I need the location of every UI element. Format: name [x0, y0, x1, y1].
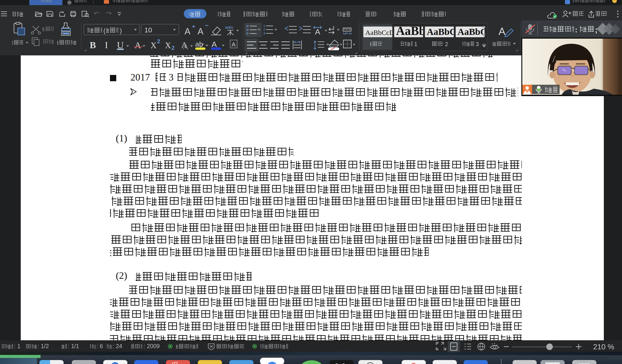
svg-text:(2): (2): [116, 270, 127, 281]
svg-text:3: 3: [263, 31, 265, 35]
svg-text:: 1/2: : 1/2: [38, 343, 49, 349]
svg-text:3: 3: [172, 362, 174, 364]
svg-text:A: A: [232, 41, 236, 48]
svg-text:210 %: 210 %: [593, 343, 614, 351]
svg-text:−: −: [205, 22, 209, 29]
svg-text:2: 2: [445, 41, 448, 47]
svg-text:: 1/1: : 1/1: [68, 343, 79, 349]
svg-text:1: 1: [414, 41, 417, 47]
svg-text:X: X: [151, 41, 156, 50]
svg-text:: 6: : 6: [97, 343, 103, 349]
svg-text:A: A: [183, 42, 189, 51]
svg-text:A: A: [185, 27, 191, 36]
svg-text:: 1: : 1: [14, 343, 20, 349]
svg-text:;: ;: [595, 26, 598, 34]
svg-text:U: U: [117, 40, 124, 50]
svg-text:wén: wén: [225, 25, 233, 30]
svg-text:2: 2: [157, 38, 160, 44]
svg-text:+: +: [192, 23, 195, 30]
svg-text:A: A: [315, 27, 320, 36]
svg-text:X: X: [165, 41, 171, 50]
svg-text:ab: ab: [195, 40, 203, 48]
svg-text:I: I: [105, 40, 108, 50]
svg-text:(1): (1): [116, 133, 127, 144]
svg-text:2: 2: [263, 27, 265, 31]
svg-text:3: 3: [476, 41, 479, 47]
svg-text:A: A: [499, 26, 505, 37]
svg-text:10: 10: [144, 26, 152, 34]
svg-text:2: 2: [172, 45, 175, 51]
svg-text:2017: 2017: [131, 72, 150, 83]
svg-text:: 24: : 24: [113, 343, 122, 349]
svg-text:B: B: [90, 40, 96, 50]
svg-text:A: A: [212, 40, 217, 49]
svg-text:3: 3: [169, 72, 174, 83]
svg-text::: :: [575, 26, 578, 34]
svg-text:A: A: [135, 40, 141, 50]
svg-text:): ): [120, 27, 122, 34]
svg-text:: 2009: : 2009: [143, 343, 160, 349]
svg-text:1: 1: [263, 24, 265, 28]
svg-text:A: A: [197, 27, 204, 36]
svg-text:(: (: [103, 27, 106, 34]
